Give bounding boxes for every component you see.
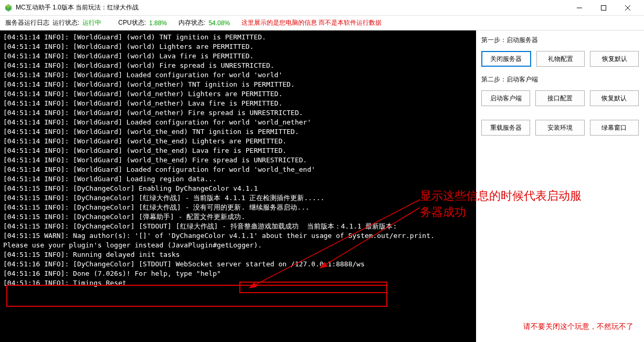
run-state-label: 运行状态: <box>52 18 79 27</box>
log-line: [04:51:15 INFO]: [DyChangeColor] [STDOUT… <box>3 222 473 231</box>
log-line: [04:51:15 INFO]: Running delayed init ta… <box>3 250 473 260</box>
start-client-button[interactable]: 启动客户端 <box>481 90 530 106</box>
close-server-button[interactable]: 关闭服务器 <box>481 51 531 67</box>
app-icon <box>4 4 13 12</box>
status-notice: 这里展示的是您电脑的信息 而不是本软件运行数据 <box>241 18 382 27</box>
cpu-label: CPU状态: <box>118 18 146 27</box>
log-line: [04:51:15 INFO]: [DyChangeColor] [弹幕助手] … <box>3 212 473 222</box>
status-bar: 服务器运行日志 运行状态: 运行中 CPU状态: 1.88% 内存状态: 54.… <box>0 16 644 30</box>
green-screen-button[interactable]: 绿幕窗口 <box>590 120 639 136</box>
install-env-button[interactable]: 安装环境 <box>535 120 584 136</box>
log-line: [04:51:14 INFO]: [WorldGuard] Loaded con… <box>3 118 473 127</box>
log-line: [04:51:14 INFO]: [WorldGuard] (world_the… <box>3 146 473 156</box>
mem-label: 内存状态: <box>178 18 205 27</box>
mem-value: 54.08% <box>208 19 230 27</box>
log-line: Please use your plugin's logger instead … <box>3 241 473 250</box>
minimize-button[interactable] <box>567 0 592 16</box>
log-line: [04:51:16 INFO]: Done (7.026s)! For help… <box>3 269 473 278</box>
log-line: [04:51:14 INFO]: [WorldGuard] (world_net… <box>3 80 473 89</box>
log-title-label: 服务器运行日志 <box>5 18 49 27</box>
restore-default-button-2[interactable]: 恢复默认 <box>590 90 639 106</box>
log-line: [04:51:14 INFO]: [WorldGuard] (world_the… <box>3 156 473 165</box>
log-line: [04:51:14 INFO]: [WorldGuard] (world) La… <box>3 51 473 61</box>
api-config-button[interactable]: 接口配置 <box>535 90 584 106</box>
titlebar: MC互动助手 1.0版本 当前玩法：红绿大作战 <box>0 0 644 16</box>
console-log[interactable]: [04:51:14 INFO]: [WorldGuard] (world) TN… <box>0 30 476 342</box>
window-title: MC互动助手 1.0版本 当前玩法：红绿大作战 <box>16 3 567 12</box>
step2-label: 第二步：启动客户端 <box>481 75 639 84</box>
maximize-button[interactable] <box>592 0 616 16</box>
step1-label: 第一步：启动服务器 <box>481 36 639 45</box>
svg-rect-3 <box>601 5 606 10</box>
log-line: [04:51:14 INFO]: [WorldGuard] (world_the… <box>3 127 473 137</box>
reload-server-button[interactable]: 重载服务器 <box>481 120 530 136</box>
log-line: [04:51:14 INFO]: [WorldGuard] (world_net… <box>3 89 473 99</box>
log-line: [04:51:14 INFO]: [WorldGuard] (world) Li… <box>3 42 473 51</box>
log-line: [04:51:14 INFO]: [WorldGuard] (world_net… <box>3 108 473 118</box>
cpu-value: 1.88% <box>149 19 167 27</box>
log-line: [04:51:14 INFO]: [WorldGuard] (world) TN… <box>3 33 473 42</box>
run-state-value: 运行中 <box>82 18 101 27</box>
log-line: [04:51:14 INFO]: [WorldGuard] Loading re… <box>3 174 473 184</box>
log-line: [04:51:14 INFO]: [WorldGuard] (world_net… <box>3 99 473 108</box>
close-button[interactable] <box>616 0 640 16</box>
log-line: [04:51:16 INFO]: Timings Reset <box>3 278 473 288</box>
log-line: [04:51:15 WARN]: Nag author(s): '[]' of … <box>3 231 473 241</box>
log-line: [04:51:15 INFO]: [DyChangeColor] [红绿大作战]… <box>3 193 473 203</box>
log-line: [04:51:16 INFO]: [DyChangeColor] [STDOUT… <box>3 260 473 269</box>
log-line: [04:51:14 INFO]: [WorldGuard] (world_the… <box>3 137 473 146</box>
sidebar-panel: 第一步：启动服务器 关闭服务器 礼物配置 恢复默认 第二步：启动客户端 启动客户… <box>476 30 644 342</box>
restore-default-button-1[interactable]: 恢复默认 <box>590 51 639 67</box>
log-line: [04:51:15 INFO]: [DyChangeColor] Enablin… <box>3 184 473 193</box>
log-line: [04:51:14 INFO]: [WorldGuard] (world) Fi… <box>3 61 473 70</box>
bottom-warning-text: 请不要关闭这个玩意，不然玩不了 <box>523 322 634 331</box>
log-line: [04:51:15 INFO]: [DyChangeColor] [红绿大作战]… <box>3 203 473 212</box>
log-line: [04:51:14 INFO]: [WorldGuard] Loaded con… <box>3 165 473 174</box>
gift-config-button[interactable]: 礼物配置 <box>536 51 585 67</box>
log-line: [04:51:14 INFO]: [WorldGuard] Loaded con… <box>3 70 473 80</box>
